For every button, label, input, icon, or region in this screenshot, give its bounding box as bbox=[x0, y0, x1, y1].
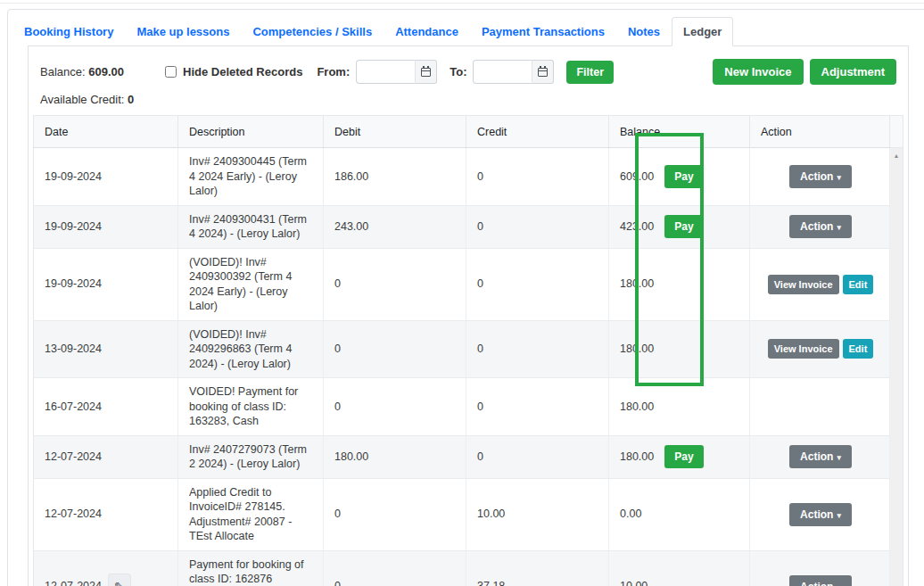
pay-button[interactable]: Pay bbox=[664, 165, 703, 188]
view-invoice-button[interactable]: View Invoice bbox=[768, 339, 839, 359]
ledger-debit-cell: 0 bbox=[324, 550, 466, 586]
calendar-icon bbox=[421, 68, 431, 77]
chevron-down-icon: ▾ bbox=[837, 173, 841, 182]
ledger-action-cell: Action▾ bbox=[750, 148, 890, 206]
scrollbar-header-cell bbox=[890, 115, 903, 148]
to-date-group bbox=[473, 60, 554, 84]
action-dropdown-button[interactable]: Action▾ bbox=[789, 165, 852, 188]
chevron-down-icon: ▾ bbox=[837, 583, 841, 586]
action-dropdown-button[interactable]: Action▾ bbox=[789, 503, 852, 526]
from-date-group bbox=[356, 60, 437, 84]
pencil-icon: ✎ bbox=[114, 580, 125, 586]
tab-ledger[interactable]: Ledger bbox=[672, 17, 733, 46]
balance-value: 180.00 bbox=[620, 450, 654, 465]
table-row: 12-07-2024✎Payment for booking of class … bbox=[34, 550, 890, 586]
ledger-debit-cell: 186.00 bbox=[324, 148, 466, 206]
scroll-up-icon[interactable]: ▲ bbox=[894, 153, 900, 159]
ledger-balance-cell: 180.00Pay bbox=[609, 435, 750, 478]
ledger-description: Inv# 2409300431 (Term 4 2024) - (Leroy L… bbox=[189, 213, 307, 241]
ledger-debit-cell: 243.00 bbox=[324, 205, 466, 248]
edit-date-button[interactable]: ✎ bbox=[108, 574, 131, 586]
date-content: 12-07-2024 bbox=[45, 507, 169, 522]
edit-button[interactable]: Edit bbox=[843, 275, 874, 294]
balance-content: 10.00 bbox=[620, 579, 740, 586]
column-header-description: Description bbox=[178, 116, 324, 148]
column-header-balance: Balance bbox=[609, 116, 750, 148]
balance-label: Balance: bbox=[40, 65, 86, 78]
ledger-debit-cell: 0 bbox=[324, 378, 466, 436]
ledger-balance-cell: 423.00Pay bbox=[609, 205, 750, 248]
new-invoice-button[interactable]: New Invoice bbox=[713, 59, 803, 85]
tab-competencies-skills[interactable]: Competencies / Skills bbox=[241, 17, 384, 46]
ledger-credit-cell: 0 bbox=[466, 148, 609, 206]
date-content: 16-07-2024 bbox=[45, 400, 169, 415]
ledger-debit-cell: 0 bbox=[324, 248, 466, 320]
ledger-description-cell: (VOIDED)! Inv# 2409296863 (Term 4 2024) … bbox=[178, 320, 324, 378]
table-row: 19-09-2024Inv# 2409300445 (Term 4 2024 E… bbox=[34, 148, 890, 206]
page-top-divider bbox=[0, 3, 924, 4]
from-date-input[interactable] bbox=[356, 60, 415, 84]
tab-payment-transactions[interactable]: Payment Transactions bbox=[470, 17, 616, 46]
hide-deleted-records-toggle[interactable]: Hide Deleted Records bbox=[165, 65, 302, 78]
ledger-action-cell bbox=[750, 378, 890, 436]
ledger-date: 19-09-2024 bbox=[45, 169, 102, 185]
ledger-description: VOIDED! Payment for booking of class ID:… bbox=[189, 385, 298, 427]
tab-notes[interactable]: Notes bbox=[616, 17, 672, 46]
ledger-description: Applied Credit to InvoiceID# 278145. Adj… bbox=[189, 486, 292, 543]
action-dropdown-button[interactable]: Action▾ bbox=[789, 445, 852, 468]
chevron-down-icon: ▾ bbox=[837, 511, 841, 520]
balance-value: 609.00 bbox=[620, 169, 654, 185]
calendar-icon bbox=[538, 68, 548, 77]
to-date-picker-button[interactable] bbox=[532, 60, 554, 84]
action-buttons: Action▾ bbox=[761, 215, 880, 238]
ledger-table: DateDescriptionDebitCreditBalanceAction … bbox=[33, 115, 890, 586]
tab-booking-history[interactable]: Booking History bbox=[12, 17, 125, 46]
debit-value: 0 bbox=[334, 508, 341, 520]
balance-value: 180.00 bbox=[620, 400, 654, 415]
edit-button[interactable]: Edit bbox=[843, 339, 874, 359]
ledger-description: Payment for booking of class ID: 162876 … bbox=[189, 558, 310, 586]
balance-content: 180.00 bbox=[620, 400, 740, 415]
ledger-date: 12-07-2024 bbox=[45, 450, 102, 465]
tab-attendance[interactable]: Attendance bbox=[384, 17, 470, 46]
table-row: 12-07-2024Applied Credit to InvoiceID# 2… bbox=[34, 478, 890, 550]
balance-content: 423.00Pay bbox=[620, 215, 740, 238]
balance-value: 423.00 bbox=[620, 219, 654, 235]
from-date-picker-button[interactable] bbox=[415, 60, 437, 84]
ledger-debit-cell: 0 bbox=[324, 478, 466, 550]
ledger-date-cell: 19-09-2024 bbox=[34, 248, 178, 320]
action-dropdown-button[interactable]: Action▾ bbox=[789, 575, 852, 586]
debit-value: 0 bbox=[334, 400, 341, 413]
action-dropdown-button[interactable]: Action▾ bbox=[789, 215, 852, 238]
action-buttons: Action▾ bbox=[761, 503, 880, 526]
credit-value: 0 bbox=[477, 400, 483, 413]
view-invoice-button[interactable]: View Invoice bbox=[768, 275, 839, 294]
pay-button[interactable]: Pay bbox=[664, 215, 703, 238]
ledger-tab-content: Balance: 609.00 Hide Deleted Records Fro… bbox=[28, 45, 909, 586]
debit-value: 0 bbox=[334, 277, 341, 290]
tab-make-up-lessons[interactable]: Make up lessons bbox=[125, 17, 241, 46]
ledger-balance-cell: 0.00 bbox=[609, 478, 750, 550]
ledger-credit-cell: 0 bbox=[466, 248, 609, 320]
table-scrollbar[interactable]: ▲ bbox=[890, 115, 903, 586]
to-date-input[interactable] bbox=[473, 60, 532, 84]
credit-value: 0 bbox=[477, 343, 483, 355]
scrollbar-track[interactable]: ▲ bbox=[890, 148, 903, 586]
ledger-action-cell: Action▾ bbox=[750, 205, 890, 248]
filter-button[interactable]: Filter bbox=[566, 61, 614, 84]
debit-value: 186.00 bbox=[334, 170, 368, 183]
ledger-credit-cell: 0 bbox=[466, 320, 609, 378]
balance-content: 609.00Pay bbox=[620, 165, 740, 188]
hide-deleted-records-checkbox[interactable] bbox=[165, 66, 177, 78]
ledger-table-area: DateDescriptionDebitCreditBalanceAction … bbox=[33, 115, 903, 586]
credit-value: 10.00 bbox=[477, 508, 505, 520]
ledger-date-cell: 16-07-2024 bbox=[34, 378, 178, 436]
adjustment-button[interactable]: Adjustment bbox=[810, 59, 897, 85]
pay-button[interactable]: Pay bbox=[664, 445, 703, 468]
action-buttons: View InvoiceEdit bbox=[761, 275, 880, 294]
debit-value: 0 bbox=[334, 580, 341, 586]
ledger-description-cell: Inv# 2409300431 (Term 4 2024) - (Leroy L… bbox=[178, 205, 324, 248]
ledger-date: 19-09-2024 bbox=[45, 219, 102, 235]
to-date-label: To: bbox=[450, 65, 466, 78]
ledger-action-cell: Action▾ bbox=[750, 550, 890, 586]
